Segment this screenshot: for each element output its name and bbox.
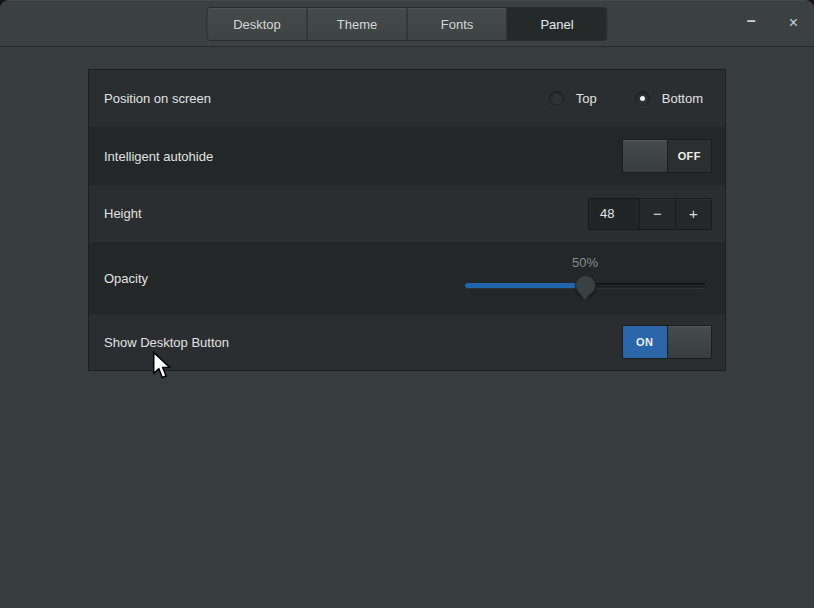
height-increment-button[interactable]: + [675, 199, 711, 229]
show-desktop-toggle-handle [668, 326, 712, 358]
height-decrement-button[interactable]: − [639, 199, 675, 229]
radio-top-icon [549, 91, 564, 106]
autohide-label: Intelligent autohide [104, 149, 213, 164]
height-spinbox: 48 − + [588, 198, 712, 230]
window-controls: – × [744, 0, 801, 46]
window-content: Position on screen Top Bottom Intelligen… [0, 47, 814, 608]
minimize-icon: – [747, 12, 756, 29]
settings-row-opacity: Opacity 50% [89, 242, 725, 314]
tab-theme[interactable]: Theme [307, 8, 407, 40]
tab-fonts[interactable]: Fonts [407, 8, 507, 40]
settings-row-height: Height 48 − + [89, 185, 725, 242]
settings-row-show-desktop: Show Desktop Button ON [89, 314, 725, 370]
settings-card: Position on screen Top Bottom Intelligen… [88, 69, 726, 371]
height-label: Height [104, 206, 142, 221]
tab-panel[interactable]: Panel [507, 8, 607, 40]
radio-bottom-label: Bottom [662, 91, 703, 106]
close-button[interactable]: × [786, 15, 801, 31]
autohide-toggle-state: OFF [668, 140, 712, 172]
opacity-label: Opacity [104, 271, 148, 286]
settings-row-autohide: Intelligent autohide OFF [89, 127, 725, 185]
position-radio-group: Top Bottom [549, 91, 712, 106]
radio-option-top[interactable]: Top [549, 91, 597, 106]
tab-desktop[interactable]: Desktop [208, 8, 307, 40]
show-desktop-toggle[interactable]: ON [622, 325, 712, 359]
autohide-toggle[interactable]: OFF [622, 139, 712, 173]
mouse-cursor-icon [152, 351, 172, 384]
radio-bottom-icon [635, 91, 650, 106]
show-desktop-toggle-state: ON [623, 326, 668, 358]
radio-option-bottom[interactable]: Bottom [635, 91, 703, 106]
autohide-toggle-handle [623, 140, 668, 172]
opacity-slider-fill [465, 283, 585, 288]
height-value[interactable]: 48 [589, 199, 639, 229]
close-icon: × [789, 14, 798, 31]
opacity-slider[interactable]: 50% [465, 254, 705, 302]
titlebar: Desktop Theme Fonts Panel – × [0, 0, 814, 47]
settings-window: Desktop Theme Fonts Panel – × Position o… [0, 0, 814, 608]
minimize-button[interactable]: – [744, 13, 759, 29]
opacity-value-label: 50% [572, 255, 598, 270]
show-desktop-label: Show Desktop Button [104, 335, 229, 350]
position-label: Position on screen [104, 91, 211, 106]
radio-top-label: Top [576, 91, 597, 106]
opacity-slider-handle[interactable] [575, 275, 596, 296]
tab-bar: Desktop Theme Fonts Panel [207, 7, 608, 41]
settings-row-position: Position on screen Top Bottom [89, 70, 725, 127]
